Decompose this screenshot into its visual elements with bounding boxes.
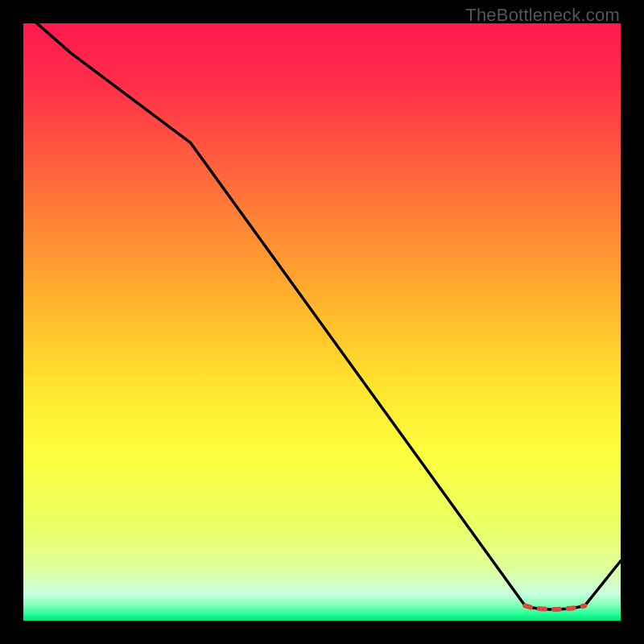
chart-plot-area (23, 23, 621, 621)
watermark-text: TheBottleneck.com (465, 5, 620, 26)
chart-svg (23, 23, 621, 621)
gradient-background (23, 23, 621, 621)
chart-frame: TheBottleneck.com (0, 0, 644, 644)
